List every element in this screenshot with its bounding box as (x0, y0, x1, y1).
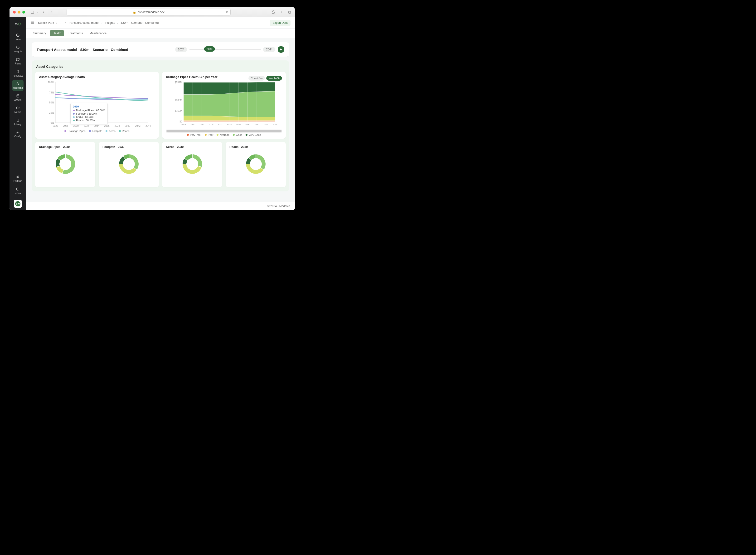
user-avatar[interactable]: SW (14, 200, 22, 208)
chart-scrollbar[interactable] (166, 130, 282, 132)
svg-rect-3 (288, 11, 291, 13)
lock-icon: 🔒 (133, 10, 136, 14)
svg-text:2038: 2038 (245, 123, 250, 126)
svg-rect-7 (17, 71, 19, 73)
svg-text:2040: 2040 (125, 125, 130, 127)
nav-config[interactable]: Config (12, 128, 24, 139)
asset-categories-panel: Asset Categories Asset Category Average … (32, 60, 289, 191)
svg-text:$300M: $300M (175, 99, 182, 101)
title-card: Transport Assets model - $30m - Scenario… (32, 42, 289, 56)
nav-label: Templates (12, 75, 23, 77)
donut-chart[interactable] (243, 151, 269, 177)
breadcrumb-link[interactable]: Insights (105, 21, 115, 25)
timeline-marker[interactable]: 2030 (204, 46, 215, 52)
donut-chart[interactable] (52, 151, 79, 177)
toggle-worth[interactable]: Worth ($) (266, 76, 282, 81)
topbar: Suffolk Park/ …/ Transport Assets model/… (26, 17, 295, 29)
nav-label: Library (14, 123, 21, 126)
timeline-end: 2044 (263, 47, 275, 52)
svg-text:2036: 2036 (236, 123, 241, 126)
svg-point-9 (17, 83, 18, 83)
svg-text:$150M: $150M (175, 110, 182, 112)
chart-title: Asset Category Average Health (39, 75, 155, 79)
new-tab-icon[interactable]: ＋ (279, 10, 283, 14)
timeline-slider[interactable]: 2030 (189, 49, 261, 50)
breadcrumb-link[interactable]: Transport Assets model (68, 21, 99, 25)
svg-text:2034: 2034 (94, 125, 99, 127)
breadcrumb-link[interactable]: … (60, 21, 63, 25)
svg-text:2042: 2042 (263, 123, 268, 126)
window-maximize-button[interactable] (23, 11, 25, 13)
nav-label: Nexus (14, 111, 21, 114)
svg-point-11 (17, 94, 19, 95)
nav-forward-button[interactable] (49, 9, 55, 15)
panel-title: Asset Categories (36, 65, 285, 69)
donut-card: Drainage Pipes - 2030 (35, 142, 95, 187)
nav-insights[interactable]: Insights (12, 44, 24, 55)
nav-label: Config (14, 135, 21, 138)
svg-rect-12 (17, 119, 19, 122)
nav-home[interactable]: Home (12, 31, 24, 43)
svg-text:2026: 2026 (53, 125, 58, 127)
breadcrumb: Suffolk Park/ …/ Transport Assets model/… (38, 21, 159, 25)
tab-treatments[interactable]: Treatments (65, 30, 86, 36)
browser-titlebar: ⌄ 🔒 preview.modelve.dev ⟳ ＋ (9, 7, 295, 17)
nav-templates[interactable]: Templates (12, 68, 24, 79)
breadcrumb-link[interactable]: Suffolk Park (38, 21, 54, 25)
nav-back-button[interactable] (41, 9, 47, 15)
donut-title: Roads - 2030 (229, 145, 282, 148)
nav-portfolio[interactable]: Portfolio (12, 173, 24, 184)
play-button[interactable] (278, 46, 284, 53)
app-logo[interactable]: m (14, 20, 21, 28)
svg-text:2034: 2034 (227, 123, 231, 126)
donut-chart[interactable] (179, 151, 206, 177)
nav-nexus[interactable]: Nexus (12, 104, 24, 115)
page-title: Transport Assets model - $30m - Scenario… (37, 48, 128, 52)
nav-modelling[interactable]: Modelling (12, 80, 24, 91)
footer: © 2024 - Modelve (26, 202, 295, 210)
nav-tenant[interactable]: Tenant (12, 185, 24, 197)
donut-chart[interactable] (116, 151, 142, 177)
nav-plans[interactable]: Plans (12, 56, 24, 67)
svg-text:$552M: $552M (175, 81, 182, 84)
svg-text:2036: 2036 (104, 125, 110, 127)
export-data-button[interactable]: Export Data (270, 20, 291, 26)
url-bar[interactable]: 🔒 preview.modelve.dev ⟳ (66, 9, 231, 15)
nav-label: Assets (14, 99, 21, 101)
svg-rect-0 (31, 11, 34, 13)
toggle-count[interactable]: Count (%) (249, 76, 265, 81)
svg-text:2040: 2040 (254, 123, 259, 126)
donut-card: Footpath - 2030 (99, 142, 159, 187)
nav-library[interactable]: Library (12, 116, 24, 127)
nav-assets[interactable]: Assets (12, 92, 24, 103)
hamburger-icon[interactable] (31, 20, 35, 25)
window-minimize-button[interactable] (17, 11, 20, 13)
svg-rect-2 (272, 12, 275, 13)
nav-label: Tenant (14, 192, 21, 195)
nav-label: Plans (15, 62, 21, 65)
svg-text:25%: 25% (49, 112, 54, 114)
tab-maintenance[interactable]: Maintenance (87, 30, 109, 36)
reload-icon[interactable]: ⟳ (226, 10, 228, 14)
breadcrumb-current: $30m - Scenario - Combined (121, 21, 159, 25)
svg-text:2032: 2032 (84, 125, 89, 127)
window-close-button[interactable] (13, 11, 16, 13)
share-icon[interactable] (271, 10, 275, 14)
chevron-down-icon[interactable]: ⌄ (37, 11, 39, 13)
copyright: © 2024 - Modelve (267, 205, 290, 208)
stacked-chart[interactable]: $0$150M$300M$552M20242026202820302032203… (166, 81, 282, 126)
tab-summary[interactable]: Summary (31, 30, 49, 36)
svg-text:2044: 2044 (273, 123, 277, 126)
svg-point-15 (18, 176, 19, 177)
nav-label: Portfolio (13, 180, 23, 182)
sidebar-toggle-icon[interactable] (30, 9, 35, 15)
chart-legend: Very PoorPoorAverageGoodVery Good (166, 133, 282, 136)
donut-card: Roads - 2030 (226, 142, 286, 187)
tabs-icon[interactable] (287, 10, 292, 14)
svg-text:75%: 75% (49, 91, 54, 94)
nav-label: Home (15, 38, 21, 41)
svg-rect-4 (288, 11, 290, 13)
chart-avg-health: Asset Category Average Health 0%25%50%75… (35, 72, 159, 139)
avatar-initials: SW (15, 201, 20, 206)
tab-health[interactable]: Health (50, 30, 64, 36)
